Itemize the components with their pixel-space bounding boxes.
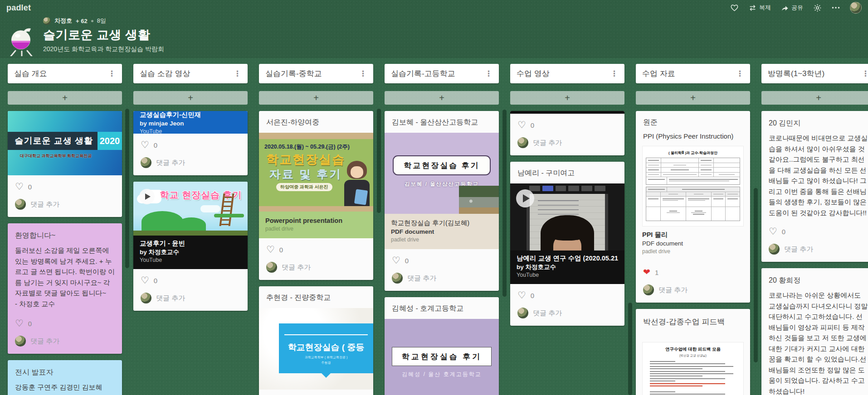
attachment[interactable]: PPI 물리 PDF document padlet drive [636,226,750,261]
post-card[interactable]: 20 황희정 코로나라는 아쉬운 상황에서도 교생실습까지 다녀오시다니 정말 … [761,268,868,395]
post-body: PPI (Physics Peer Instruction) [636,127,750,140]
column-scrollbar[interactable] [125,109,129,268]
column-menu-icon[interactable]: ⋮ [232,69,243,78]
add-post-button[interactable]: + [385,91,499,105]
column-menu-icon[interactable]: ⋮ [609,69,620,78]
favorite-button[interactable] [730,4,739,12]
post-card[interactable]: 원준 PPI (Physics Peer Instruction) ( 물리학Ⅱ… [636,111,750,303]
like-icon[interactable]: ♡ [266,245,275,254]
add-comment[interactable]: 댓글 추가 [510,300,624,326]
add-comment[interactable]: 댓글 추가 [133,285,248,311]
add-comment[interactable]: 댓글 추가 [8,328,122,354]
post-card[interactable]: 전시 발표자 강동훈 구연주 김경민 김보혜 김선영 김은비 김혜성 남예리 박… [8,360,122,395]
add-comment[interactable]: 댓글 추가 [8,191,122,217]
post-card[interactable]: 슬기로운 교생 생활 2020 대구대학교 과학교육학부 화학교육전공 ♡0 댓… [8,111,122,217]
add-post-button[interactable]: + [133,91,248,105]
add-post-button[interactable]: + [510,91,624,105]
column-scrollbar[interactable] [377,109,381,213]
like-icon[interactable]: ♡ [141,276,149,285]
document-preview[interactable]: ( 물리학Ⅱ )과 교수-학습과정안 [642,146,744,226]
like-icon[interactable]: ♡ [15,319,24,328]
video-caption[interactable]: 남예리 교생 연구 수업 (2020.05.21 구미... by 차정호교수 … [510,250,624,284]
image-subtitle: 대구대학교 과학교육학부 화학교육전공 [8,153,104,159]
more-button[interactable] [832,6,840,9]
column-menu-icon[interactable]: ⋮ [483,69,494,78]
heart-icon [730,4,739,12]
gear-icon [813,4,822,12]
video-thumbnail[interactable]: 학교 현장실습 후기 [133,182,248,236]
settings-button[interactable] [813,4,822,12]
video-caption[interactable]: 교생후기 - 윤빈 by 차정호교수 YouTube [133,236,248,269]
play-icon[interactable] [516,189,534,207]
add-post-button[interactable]: + [8,91,122,105]
author-avatar[interactable] [43,17,51,25]
like-icon[interactable]: ♡ [517,291,526,300]
column-menu-icon[interactable]: ⋮ [357,69,369,78]
like-icon[interactable]: ♡ [392,256,400,265]
document-preview[interactable]: 연구수업에 대한 피드백 모음 (박선경 교생 선생님) [642,342,744,395]
add-comment[interactable]: 댓글 추가 [636,277,750,303]
post-card[interactable]: 20 김민지 코로나때문에 비대면으로 교생실습을 하셔서 많이 아쉬우셨을 것… [761,111,868,262]
column-scrollbar[interactable] [502,110,507,297]
user-avatar[interactable] [850,2,862,14]
attachment[interactable]: 학교현장실습 후기(김보혜) PDF document padlet drive [385,214,499,249]
post-title: 박선경-갑종수업 피드백 [636,309,750,327]
remake-button[interactable]: 복제 [749,4,771,12]
author-name[interactable]: 차정호 [54,17,72,25]
post-card[interactable]: 서은진-하양여중 2020.05.18.(월) ~ 05.29.(금) (2주)… [259,111,373,280]
like-icon[interactable]: ♡ [15,182,24,191]
add-comment[interactable]: 댓글 추가 [133,149,248,175]
attachment-name: Powerpoint presentation [265,216,367,225]
like-icon[interactable]: ♡ [141,140,149,149]
share-button[interactable]: 공유 [781,4,803,12]
post-card[interactable]: 김혜성 - 호계고등학교 학교현장실습 후기 김혜성 / 울산 호계고등학교 학… [385,297,499,395]
post-card[interactable]: 박선경-갑종수업 피드백 연구수업에 대한 피드백 모음 (박선경 교생 선생님… [636,309,750,395]
post-card[interactable]: 남예리 - 구미여고 남예리 교생 연구 수업 (2020.05.21 구미..… [510,162,624,326]
column-scrollbar[interactable] [754,188,758,362]
person-silhouette [541,215,594,250]
post-card[interactable]: ♡0 댓글 추가 [510,111,624,155]
post-title: 추현경 - 진량중학교 [259,286,373,308]
add-comment[interactable]: 댓글 추가 [761,236,868,262]
add-post-button[interactable]: + [259,91,373,105]
avatar [15,336,26,347]
column-scrollbar[interactable] [628,303,632,395]
attachment[interactable]: Powerpoint presentation padlet drive [259,212,373,238]
like-icon[interactable]: ♡ [769,227,777,236]
like-icon[interactable]: ♡ [517,120,526,130]
topbar: padlet 복제 공유 [0,0,868,15]
column-menu-icon[interactable]: ⋮ [106,69,117,78]
padlet-logo[interactable]: padlet [6,3,31,13]
attachment-preview[interactable]: 학교현장실습 후기 김혜성 / 울산 호계고등학교 [385,319,499,395]
column-menu-icon[interactable]: ⋮ [734,69,746,78]
attachment-preview[interactable]: 학교현장실습 후기 김보혜 / 울산삼산고등학교 [385,133,499,214]
attachment-preview[interactable]: 학교현장실습 ( 중등 과학교육학부 ( 화학교육전공 ) 추현경 [259,308,373,390]
add-post-button[interactable]: + [761,91,868,105]
column-menu-icon[interactable]: ⋮ [860,69,868,78]
add-post-button[interactable]: + [636,91,750,105]
attachment-source: padlet drive [642,248,744,255]
avatar [769,244,780,255]
attachment-preview[interactable]: 2020.05.18.(월) ~ 05.29.(금) (2주) 학교현장실습 자… [259,133,373,212]
column-records-middle-school: 실습기록-중학교 ⋮ + 서은진-하양여중 2020.05.18.(월) ~ 0… [259,64,373,395]
post-card[interactable]: 김보혜 - 울산삼산고등학교 학교현장실습 후기 김보혜 / 울산삼산고등학교 … [385,111,499,291]
post-card[interactable]: 환영합니다~ 둘러보신 소감을 제일 오른쪽에 있는 방명록에 남겨 주세요. … [8,223,122,354]
play-icon[interactable] [139,189,155,204]
post-card[interactable]: 교생실습후기-신민재 by minjae Jeon YouTube ♡0 댓글 … [133,111,248,175]
add-comment[interactable]: 댓글 추가 [510,130,624,155]
thumb-line1: 학교현장실습 [259,151,352,168]
like-icon[interactable]: ❤ [643,268,650,277]
attachment-name: PPI 물리 [642,230,744,239]
post-card[interactable]: 학교 현장실습 후기 교생후기 - 윤빈 by 차정호교수 YouTube ♡0… [133,182,248,311]
add-comment[interactable]: 댓글 추가 [385,265,499,291]
attachment[interactable]: 추현경-학교현장실습(중등) [259,390,373,395]
video-thumbnail[interactable] [510,183,624,250]
contributor-count[interactable]: + 62 [76,18,88,24]
like-count: 0 [531,121,534,129]
like-count: 0 [154,277,157,284]
column-header: 실습 개요 ⋮ [8,64,122,83]
post-image[interactable]: 슬기로운 교생 생활 2020 대구대학교 과학교육학부 화학교육전공 [8,111,122,175]
video-caption[interactable]: 교생실습후기-신민재 by minjae Jeon YouTube [133,111,248,134]
add-comment[interactable]: 댓글 추가 [259,254,373,280]
post-card[interactable]: 추현경 - 진량중학교 학교현장실습 ( 중등 과학교육학부 ( 화학교육전공 … [259,286,373,395]
